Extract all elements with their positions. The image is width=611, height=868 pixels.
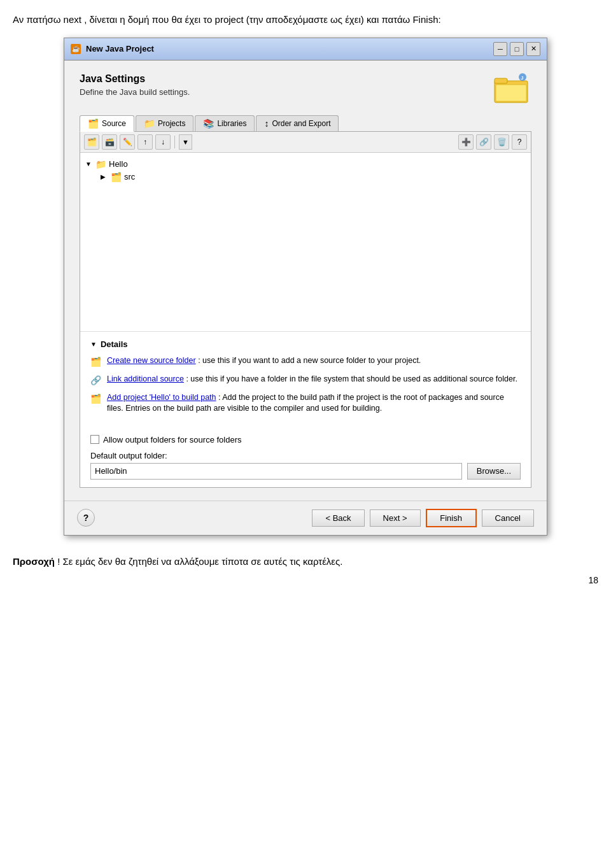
link-button[interactable]: 🔗 <box>476 134 491 150</box>
close-button[interactable]: ✕ <box>526 42 540 56</box>
src-package-icon: 🗂️ <box>111 172 122 182</box>
bottom-text: Προσοχή ! Σε εμάς δεν θα ζητηθεί να αλλά… <box>13 555 598 569</box>
add-button[interactable]: ➕ <box>458 134 474 150</box>
tab-libraries[interactable]: 📚 Libraries <box>195 115 255 131</box>
details-header[interactable]: ▼ Details <box>90 339 521 349</box>
details-section: ▼ Details 🗂️ Create new source folder : … <box>80 331 531 429</box>
titlebar-left: ☕ New Java Project <box>71 44 154 54</box>
details-item-buildpath-text: Add project 'Hello' to build path : Add … <box>107 392 521 415</box>
link-additional-source-desc: : use this if you have a folder in the f… <box>186 374 517 383</box>
output-folder-label: Default output folder: <box>90 451 521 460</box>
tab-projects[interactable]: 📁 Projects <box>136 115 193 131</box>
source-tab-icon: 🗂️ <box>88 118 99 129</box>
header-text: Java Settings Define the Java build sett… <box>80 73 190 97</box>
details-item-link: 🔗 Link additional source : use this if y… <box>90 374 521 386</box>
add-to-build-path-link[interactable]: Add project 'Hello' to build path <box>107 393 216 402</box>
create-source-folder-desc: : use this if you want to add a new sour… <box>198 356 421 365</box>
edit-button[interactable]: ✏️ <box>120 134 135 150</box>
link-additional-source-link[interactable]: Link additional source <box>107 374 184 383</box>
dialog-icon: ☕ <box>71 44 81 54</box>
details-item-link-text: Link additional source : use this if you… <box>107 374 521 385</box>
header-title: Java Settings <box>80 73 190 85</box>
tab-libraries-label: Libraries <box>217 119 246 128</box>
tab-source[interactable]: 🗂️ Source <box>80 115 134 132</box>
order-export-tab-icon: ↕️ <box>264 118 269 129</box>
back-button[interactable]: < Back <box>312 509 364 527</box>
tabs-container: 🗂️ Source 📁 Projects 📚 Libraries ↕️ Orde… <box>80 115 531 131</box>
intro-text: Αν πατήσω next , δίνεται η δομή που θα έ… <box>13 13 598 27</box>
footer-right: < Back Next > Finish Cancel <box>312 509 534 527</box>
bottom-bold: Προσοχή <box>13 556 55 567</box>
tab-source-label: Source <box>102 119 126 128</box>
checkbox-row: Allow output folders for source folders <box>80 429 531 448</box>
details-item-buildpath: 🗂️ Add project 'Hello' to build path : A… <box>90 392 521 415</box>
help-button[interactable]: ? <box>77 509 95 527</box>
new-java-project-dialog: ☕ New Java Project ─ □ ✕ Java Settings D… <box>64 38 547 536</box>
tab-order-export-label: Order and Export <box>272 119 330 128</box>
help-toolbar-button[interactable]: ? <box>512 134 527 150</box>
details-item-create-text: Create new source folder : use this if y… <box>107 355 521 367</box>
src-label: src <box>124 172 135 181</box>
tree-item-hello[interactable]: ▼ 📁 Hello <box>85 158 526 171</box>
libraries-tab-icon: 📚 <box>203 118 214 129</box>
bottom-suffix: ! Σε εμάς δεν θα ζητηθεί να αλλάξουμε τί… <box>57 556 342 567</box>
src-toggle-icon[interactable]: ▶ <box>101 173 108 180</box>
output-folder-input-row: Browse... <box>90 463 521 480</box>
browse-button[interactable]: Browse... <box>467 463 521 480</box>
content-area: 🗂️ 🗃️ ✏️ ↑ ↓ ▼ ➕ 🔗 🗑️ ? ▼ <box>80 131 531 488</box>
cancel-button[interactable]: Cancel <box>482 509 534 527</box>
toolbar-separator <box>174 136 175 148</box>
maximize-button[interactable]: □ <box>510 42 524 56</box>
header-subtitle: Define the Java build settings. <box>80 87 190 97</box>
tree-area: ▼ 📁 Hello ▶ 🗂️ src <box>80 153 531 331</box>
remove-button[interactable]: 🗃️ <box>102 134 117 150</box>
footer-left: ? <box>77 509 95 527</box>
move-up-button[interactable]: ↑ <box>137 134 153 150</box>
allow-output-folders-checkbox[interactable] <box>90 435 99 444</box>
output-folder-row: Default output folder: Browse... <box>80 448 531 487</box>
header-folder-icon: J <box>493 73 531 105</box>
details-arrow-icon: ▼ <box>90 341 97 348</box>
minimize-button[interactable]: ─ <box>493 42 507 56</box>
dialog-titlebar: ☕ New Java Project ─ □ ✕ <box>64 38 547 60</box>
buildpath-icon: 🗂️ <box>90 393 102 404</box>
projects-tab-icon: 📁 <box>144 118 155 129</box>
toolbar-dropdown[interactable]: ▼ <box>179 134 192 150</box>
svg-text:J: J <box>521 75 523 81</box>
svg-rect-2 <box>496 85 526 101</box>
next-button[interactable]: Next > <box>370 509 421 527</box>
dialog-title: New Java Project <box>86 44 154 53</box>
finish-button[interactable]: Finish <box>426 509 477 527</box>
dialog-header: Java Settings Define the Java build sett… <box>80 73 531 105</box>
content-toolbar: 🗂️ 🗃️ ✏️ ↑ ↓ ▼ ➕ 🔗 🗑️ ? <box>80 132 531 153</box>
dialog-footer: ? < Back Next > Finish Cancel <box>64 501 547 535</box>
page-number: 18 <box>13 575 598 585</box>
allow-output-folders-label: Allow output folders for source folders <box>103 435 242 445</box>
hello-toggle-icon[interactable]: ▼ <box>85 160 93 167</box>
svg-rect-1 <box>495 78 507 83</box>
tab-order-export[interactable]: ↕️ Order and Export <box>256 115 339 131</box>
titlebar-controls: ─ □ ✕ <box>493 42 540 56</box>
create-folder-icon: 🗂️ <box>90 356 102 367</box>
tab-projects-label: Projects <box>158 119 185 128</box>
hello-label: Hello <box>109 159 128 169</box>
details-item-create: 🗂️ Create new source folder : use this i… <box>90 355 521 367</box>
dialog-body: Java Settings Define the Java build sett… <box>64 60 547 501</box>
move-down-button[interactable]: ↓ <box>155 134 171 150</box>
hello-folder-icon: 📁 <box>95 159 106 169</box>
details-title: Details <box>101 339 128 349</box>
create-source-folder-link[interactable]: Create new source folder <box>107 356 196 365</box>
toolbar-left: 🗂️ 🗃️ ✏️ ↑ ↓ ▼ <box>84 134 192 150</box>
toolbar-right: ➕ 🔗 🗑️ ? <box>458 134 527 150</box>
add-source-folder-button[interactable]: 🗂️ <box>84 134 99 150</box>
delete-button[interactable]: 🗑️ <box>494 134 509 150</box>
tree-item-src[interactable]: ▶ 🗂️ src <box>101 171 526 183</box>
link-source-icon: 🔗 <box>90 374 102 386</box>
output-folder-input[interactable] <box>90 463 462 480</box>
